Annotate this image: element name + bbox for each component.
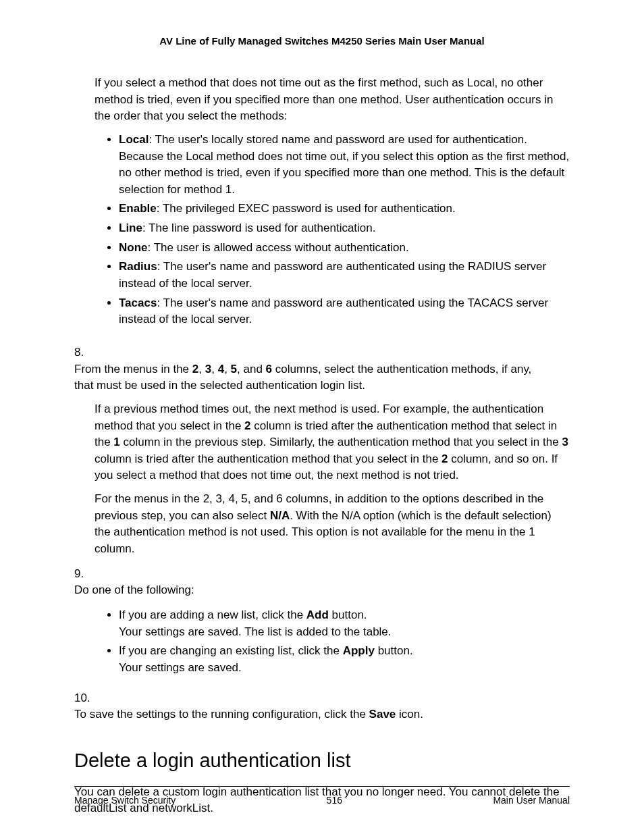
text-run: icon. <box>396 708 423 721</box>
col-ref: 2 <box>441 452 448 465</box>
apply-button-label: Apply <box>343 644 375 657</box>
step-text: Do one of the following: <box>74 582 548 599</box>
text-run: button. <box>329 608 367 621</box>
col-ref: 2 <box>244 419 250 432</box>
list-item: Line: The line password is used for auth… <box>119 220 570 237</box>
list-item: Radius: The user's name and password are… <box>119 259 570 292</box>
step-number: 10. <box>74 690 93 707</box>
step-9: 9. Do one of the following: <box>74 566 570 599</box>
page-body: If you select a method that does not tim… <box>74 75 570 817</box>
col-ref: 1 <box>113 436 119 448</box>
list-item: Enable: The privileged EXEC password is … <box>119 201 570 217</box>
auth-label: Enable <box>119 202 157 215</box>
col-ref: 6 <box>266 363 272 375</box>
text-run: If you are changing an existing list, cl… <box>119 644 343 657</box>
auth-label: None <box>119 241 148 254</box>
auth-label: Radius <box>119 260 157 273</box>
footer-page-number: 516 <box>327 795 342 806</box>
auth-text: : The user's name and password are authe… <box>119 260 546 290</box>
footer-right: Main User Manual <box>493 795 570 806</box>
auth-text: : The user's name and password are authe… <box>119 296 548 326</box>
na-label: N/A <box>270 509 290 522</box>
list-item: Local: The user's locally stored name an… <box>119 132 570 199</box>
col-ref: 5 <box>231 363 237 375</box>
page-header: AV Line of Fully Managed Switches M4250 … <box>74 35 570 47</box>
list-item: None: The user is allowed access without… <box>119 240 570 257</box>
auth-label: Local <box>119 133 149 146</box>
do-list: If you are adding a new list, click the … <box>105 607 570 677</box>
text-run: Your settings are saved. <box>119 661 242 674</box>
intro-paragraph: If you select a method that does not tim… <box>95 75 570 125</box>
text-run: , <box>211 363 217 375</box>
list-item: If you are adding a new list, click the … <box>119 607 570 640</box>
auth-label: Tacacs <box>119 296 157 309</box>
text-run: , and <box>237 363 266 375</box>
step-sub: For the menus in the 2, 3, 4, 5, and 6 c… <box>95 491 570 558</box>
text-run: From the menus in the <box>74 363 192 375</box>
col-ref: 3 <box>562 436 568 448</box>
text-run: column is tried after the authentication… <box>95 452 441 465</box>
section-heading: Delete a login authentication list <box>74 746 570 775</box>
col-ref: 3 <box>205 363 211 375</box>
auth-label: Line <box>119 221 142 234</box>
text-run: Your settings are saved. The list is add… <box>119 625 392 638</box>
add-button-label: Add <box>306 608 329 621</box>
text-run: , <box>198 363 205 375</box>
footer-left: Manage Switch Security <box>74 795 176 806</box>
save-icon-label: Save <box>369 708 396 721</box>
step-number: 8. <box>74 344 93 361</box>
list-item: If you are changing an existing list, cl… <box>119 643 570 676</box>
text-run: , <box>224 363 230 375</box>
text-run: If you are adding a new list, click the <box>119 608 306 621</box>
text-run: button. <box>375 644 413 657</box>
text-run: To save the settings to the running conf… <box>74 708 369 721</box>
auth-text: : The privileged EXEC password is used f… <box>157 202 456 215</box>
col-ref: 4 <box>218 363 224 375</box>
step-number: 9. <box>74 566 93 583</box>
list-item: Tacacs: The user's name and password are… <box>119 295 570 328</box>
step-sub: If a previous method times out, the next… <box>95 401 570 484</box>
step-8: 8. From the menus in the 2, 3, 4, 5, and… <box>74 344 570 558</box>
auth-text: : The user is allowed access without aut… <box>148 241 409 254</box>
auth-text: : The line password is used for authenti… <box>142 221 376 234</box>
step-text: From the menus in the 2, 3, 4, 5, and 6 … <box>74 361 548 394</box>
col-ref: 2 <box>192 363 198 375</box>
step-text: To save the settings to the running conf… <box>74 706 548 723</box>
auth-method-list: Local: The user's locally stored name an… <box>105 132 570 328</box>
step-10: 10. To save the settings to the running … <box>74 690 570 723</box>
text-run: column in the previous step. Similarly, … <box>120 436 562 448</box>
page-footer: Manage Switch Security 516 Main User Man… <box>74 786 570 806</box>
auth-text: : The user's locally stored name and pas… <box>119 133 569 196</box>
